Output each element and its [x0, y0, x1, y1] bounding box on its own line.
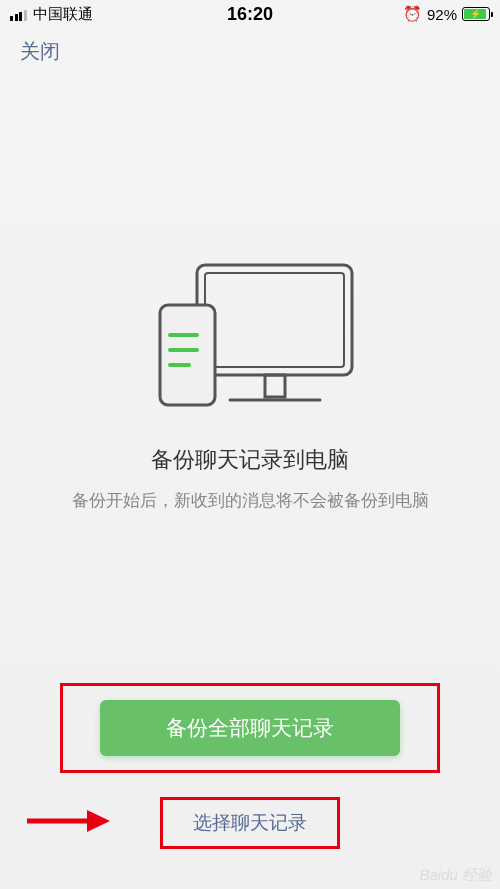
main-content: 备份聊天记录到电脑 备份开始后，新收到的消息将不会被备份到电脑 [0, 75, 500, 512]
watermark: Baidu 经验 [419, 866, 492, 885]
annotation-arrow-icon [22, 806, 112, 840]
buttons-area: 备份全部聊天记录 选择聊天记录 [0, 683, 500, 849]
close-button[interactable]: 关闭 [20, 40, 60, 62]
svg-rect-2 [265, 375, 285, 397]
page-title: 备份聊天记录到电脑 [151, 445, 349, 475]
secondary-row: 选择聊天记录 [0, 797, 500, 849]
nav-bar: 关闭 [0, 28, 500, 75]
page-subtitle: 备份开始后，新收到的消息将不会被备份到电脑 [72, 489, 429, 512]
backup-all-button[interactable]: 备份全部聊天记录 [100, 700, 400, 756]
battery-icon: ⚡ [462, 7, 490, 21]
alarm-icon: ⏰ [403, 5, 422, 23]
status-right: ⏰ 92% ⚡ [403, 5, 490, 23]
signal-icon [10, 8, 27, 21]
status-bar: 中国联通 16:20 ⏰ 92% ⚡ [0, 0, 500, 28]
svg-rect-4 [160, 305, 215, 405]
battery-percent: 92% [427, 6, 457, 23]
annotation-box-primary: 备份全部聊天记录 [60, 683, 440, 773]
select-chats-link[interactable]: 选择聊天记录 [193, 812, 307, 833]
annotation-box-secondary: 选择聊天记录 [160, 797, 340, 849]
backup-illustration [135, 255, 365, 425]
svg-rect-1 [205, 273, 344, 367]
svg-rect-0 [197, 265, 352, 375]
status-left: 中国联通 [10, 5, 93, 24]
svg-marker-9 [87, 810, 110, 832]
carrier-label: 中国联通 [33, 5, 93, 24]
status-time: 16:20 [227, 4, 273, 25]
